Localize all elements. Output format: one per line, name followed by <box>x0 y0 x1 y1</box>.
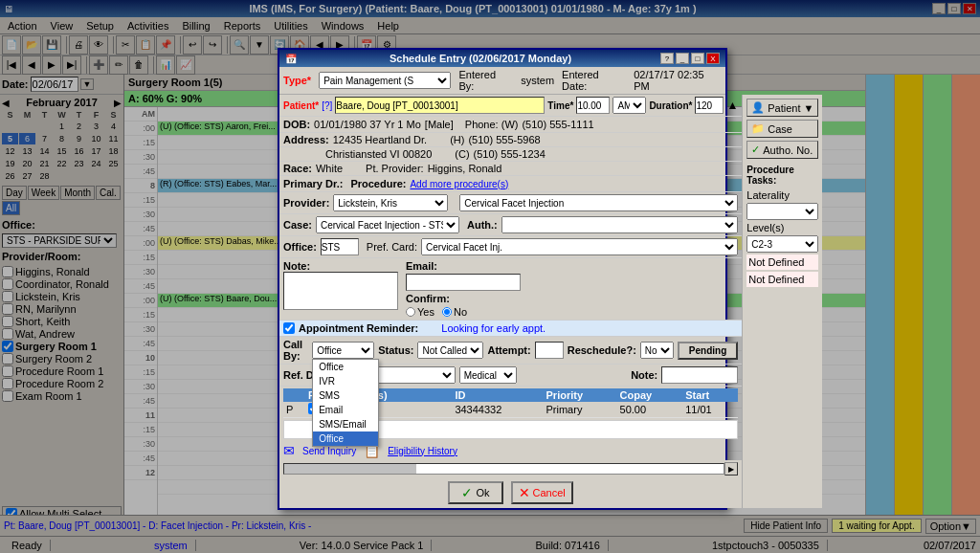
duration-spin-up[interactable]: ▲ <box>726 99 738 112</box>
patient-btn-icon: 👤 <box>751 101 765 114</box>
dialog-restore-btn[interactable]: □ <box>691 53 704 64</box>
call-by-label: Call By: <box>283 339 308 362</box>
field2-section: Not Defined <box>746 272 818 287</box>
ins-type-0: P <box>283 402 305 418</box>
provider-select[interactable]: Lickstein, Kris <box>333 194 448 211</box>
status-label: Status: <box>378 344 413 356</box>
status-select[interactable]: Not Called <box>417 342 483 359</box>
laterality-select[interactable] <box>746 203 818 220</box>
call-by-select[interactable]: Office IVR SMS Email SMS/Email <box>312 342 374 359</box>
case-select[interactable]: Cervical Facet Injection - STS <box>316 216 459 233</box>
eligibility-history-btn[interactable]: Eligibility History <box>388 446 457 456</box>
scrollbar-thumb[interactable] <box>284 464 416 474</box>
phone-w-value: (510) 555-1111 <box>522 119 593 130</box>
add-procedure-link[interactable]: Add more procedure(s) <box>410 179 508 189</box>
attempt-input[interactable] <box>535 342 564 359</box>
dropdown-item-email[interactable]: Email <box>313 403 378 417</box>
duration-label: Duration* <box>649 100 692 111</box>
modal-overlay: 📅 Schedule Entry (02/06/2017 Monday) ? _… <box>0 0 980 553</box>
dropdown-item-office[interactable]: Office <box>313 360 378 374</box>
dialog-minimize-btn[interactable]: _ <box>676 53 689 64</box>
entered-date-value: 02/17/17 02:35 PM <box>634 69 722 92</box>
reschedule-select[interactable]: No <box>640 342 674 359</box>
autho-btn[interactable]: ✓ Autho. No. <box>746 141 818 159</box>
city-row: Christiansted VI 00820 (C) (510) 555-123… <box>279 147 742 162</box>
primary-dr-label: Primary Dr.: <box>283 178 343 189</box>
ok-button[interactable]: ✓ Ok <box>448 481 502 504</box>
horizontal-scrollbar[interactable] <box>283 463 724 475</box>
dialog-left-section: Patient* [?] Time* AMPM Duration* ▲ DOB:… <box>279 95 742 508</box>
dialog-help-btn[interactable]: ? <box>660 53 674 64</box>
dropdown-item-ivr[interactable]: IVR <box>313 374 378 388</box>
scroll-right-btn[interactable]: ▶ <box>724 462 738 476</box>
send-inquiry-icon: ✉ <box>283 443 295 458</box>
entered-by-value: system <box>521 75 554 86</box>
right-action-buttons: 👤 Patient ▼ 📁 Case ✓ Autho. No. <box>746 99 818 159</box>
phone-label: Phone: (W) <box>465 119 519 130</box>
address-city: Christiansted VI 00820 <box>325 148 432 160</box>
dialog-close-btn[interactable]: X <box>706 53 720 64</box>
confirm-radio-group: Yes No <box>406 306 521 318</box>
confirm-no-radio[interactable] <box>442 307 452 317</box>
ins-id-0: 34344332 <box>452 402 543 418</box>
note2-input[interactable] <box>661 366 738 384</box>
appt-reminder-checkbox[interactable] <box>283 322 295 334</box>
type-select[interactable]: Pain Management (S <box>319 72 451 89</box>
cancel-x-icon: ✕ <box>519 485 530 500</box>
ins-priority-0: Primary <box>544 402 617 418</box>
call-by-dropdown: Office IVR SMS Email SMS/Email Office <box>312 359 379 447</box>
address-label: Address: <box>283 134 329 145</box>
auth-select[interactable] <box>501 216 739 233</box>
office-label: Office: <box>283 241 317 253</box>
patient-label: Patient* <box>283 100 319 111</box>
patient-btn-label: Patient <box>768 102 800 114</box>
confirm-no-label: No <box>442 306 467 318</box>
field1-section: Not Defined <box>746 254 818 270</box>
race-value: White <box>316 163 343 174</box>
note-section: Note: <box>283 260 398 310</box>
note-textarea[interactable] <box>283 272 398 310</box>
email-label: Email: <box>406 260 521 272</box>
case-btn-icon: 📁 <box>751 122 765 135</box>
send-inquiry-btn[interactable]: Send Inquiry <box>302 446 356 456</box>
appt-reminder-label: Appointment Reminder: <box>299 322 418 334</box>
cancel-button[interactable]: ✕ Cancel <box>511 481 573 504</box>
field2-label: Not Defined <box>748 274 816 285</box>
office-input[interactable] <box>321 238 359 255</box>
duration-input[interactable] <box>695 97 724 114</box>
appt-reminder-row: Appointment Reminder: Looking for early … <box>279 321 742 337</box>
pt-provider-value: Higgins, Ronald <box>428 163 502 174</box>
call-by-select-container: Office IVR SMS Email SMS/Email Office IV… <box>312 342 374 359</box>
ok-checkmark-icon: ✓ <box>461 485 473 500</box>
auth-label: Auth.: <box>467 219 498 231</box>
ins-col-id: ID <box>452 388 543 402</box>
confirm-yes-radio[interactable] <box>406 307 415 317</box>
note-email-row: Note: Email: Confirm: Yes <box>279 258 742 321</box>
pref-card-select[interactable]: Cervical Facet Inj. <box>421 238 738 255</box>
patient-input[interactable] <box>335 97 545 114</box>
email-input[interactable] <box>406 274 521 291</box>
levels-section: Level(s) C2-3 <box>746 222 818 253</box>
levels-select[interactable]: C2-3 <box>746 235 818 253</box>
patient-btn[interactable]: 👤 Patient ▼ <box>746 99 818 117</box>
looking-early-label[interactable]: Looking for early appt. <box>441 322 546 334</box>
note2-label: Note: <box>631 369 657 381</box>
dropdown-item-smsemail[interactable]: SMS/Email <box>313 417 378 431</box>
call-by-row: Call By: Office IVR SMS Email SMS/Email … <box>279 337 742 365</box>
ampm-select[interactable]: AMPM <box>612 97 646 114</box>
case-label: Case: <box>283 219 312 231</box>
dob-value: 01/01/1980 37 Yr 1 Mo <box>314 119 421 130</box>
case-btn[interactable]: 📁 Case <box>746 120 818 138</box>
time-label: Time* <box>547 100 573 111</box>
entered-by-label: Entered By: <box>458 69 513 92</box>
email-confirm-section: Email: Confirm: Yes No <box>406 260 521 318</box>
dropdown-item-sms[interactable]: SMS <box>313 388 378 403</box>
dropdown-item-office2[interactable]: Office <box>313 431 378 446</box>
time-input[interactable] <box>576 97 610 114</box>
patient-question-btn[interactable]: [?] <box>322 100 332 111</box>
pending-btn[interactable]: Pending <box>678 342 738 360</box>
patient-btn-arrow: ▼ <box>804 102 814 114</box>
procedure-select[interactable]: Cervical Facet Injection <box>459 194 738 211</box>
ref-type-select[interactable]: Medical <box>459 366 517 384</box>
provider-label: Provider: <box>283 197 329 209</box>
